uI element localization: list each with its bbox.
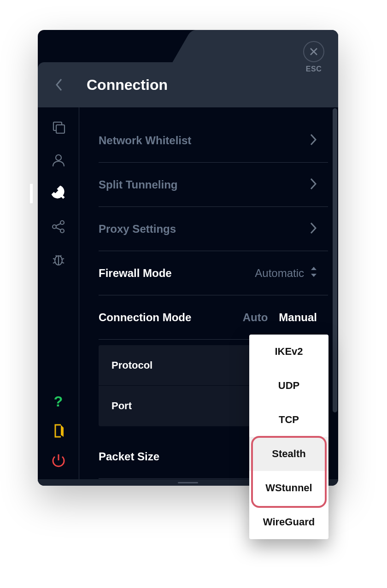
general-icon[interactable] — [51, 119, 66, 135]
row-split-tunneling[interactable]: Split Tunneling — [99, 163, 328, 207]
port-label: Port — [111, 400, 132, 412]
sidebar: ? — [38, 107, 79, 479]
help-icon[interactable]: ? — [51, 394, 66, 409]
page-title: Connection — [87, 76, 168, 94]
label: Proxy Settings — [99, 223, 176, 235]
back-button[interactable] — [49, 75, 69, 95]
protocol-dropdown: IKEv2 UDP TCP Stealth WStunnel WireGuard — [249, 335, 328, 539]
connection-icon[interactable] — [51, 186, 66, 201]
svg-line-8 — [56, 223, 61, 226]
close-icon — [303, 41, 324, 62]
sidebar-bottom: ? — [38, 394, 79, 468]
chevron-right-icon — [310, 177, 317, 192]
mode-toggle: Auto Manual — [243, 311, 317, 324]
mode-auto[interactable]: Auto — [243, 311, 268, 324]
label: Split Tunneling — [99, 178, 178, 191]
chevron-left-icon — [55, 78, 63, 92]
debug-icon[interactable] — [51, 252, 66, 268]
label: Firewall Mode — [99, 267, 172, 280]
close-button[interactable]: ESC — [303, 41, 324, 73]
account-icon[interactable] — [51, 153, 66, 168]
dropdown-item-stealth[interactable]: Stealth — [249, 437, 328, 471]
svg-line-9 — [56, 228, 61, 230]
esc-label: ESC — [306, 65, 322, 73]
svg-marker-19 — [311, 274, 317, 277]
svg-rect-3 — [56, 125, 64, 133]
scrollbar[interactable] — [333, 108, 337, 412]
share-icon[interactable] — [51, 219, 66, 235]
chevron-right-icon — [310, 133, 317, 148]
svg-point-4 — [56, 155, 61, 160]
chevron-right-icon — [310, 222, 317, 236]
row-proxy-settings[interactable]: Proxy Settings — [99, 207, 328, 251]
firewall-value-text: Automatic — [255, 267, 304, 280]
header-bar: Connection — [38, 62, 338, 107]
firewall-value: Automatic — [255, 267, 317, 280]
svg-marker-18 — [311, 267, 317, 270]
updown-icon — [311, 267, 317, 280]
label: Connection Mode — [99, 311, 191, 324]
row-network-whitelist[interactable]: Network Whitelist — [99, 118, 328, 163]
logout-icon[interactable] — [51, 423, 66, 439]
dropdown-item-wireguard[interactable]: WireGuard — [249, 505, 328, 539]
dropdown-item-udp[interactable]: UDP — [249, 369, 328, 403]
power-icon[interactable] — [51, 453, 66, 468]
protocol-label: Protocol — [111, 359, 152, 371]
dropdown-item-wstunnel[interactable]: WStunnel — [249, 471, 328, 505]
dropdown-item-tcp[interactable]: TCP — [249, 403, 328, 437]
row-connection-mode: Connection Mode Auto Manual — [99, 295, 328, 340]
dropdown-item-ikev2[interactable]: IKEv2 — [249, 335, 328, 369]
row-firewall-mode[interactable]: Firewall Mode Automatic — [99, 251, 328, 295]
label: Packet Size — [99, 450, 159, 463]
mode-manual[interactable]: Manual — [279, 311, 317, 324]
label: Network Whitelist — [99, 134, 191, 147]
